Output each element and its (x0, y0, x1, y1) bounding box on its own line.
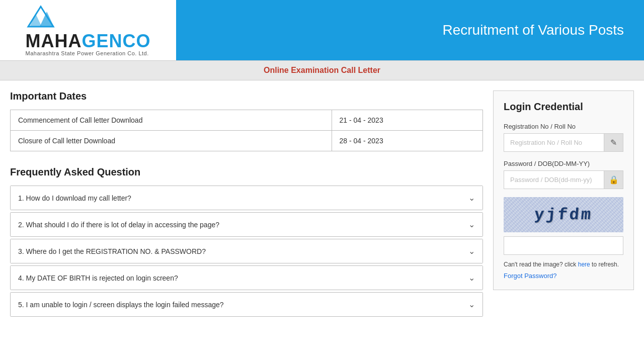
chevron-down-icon: ⌄ (468, 273, 475, 283)
refresh-captcha-link[interactable]: here (578, 261, 590, 268)
cant-read-text: Can't read the image? click here to refr… (504, 261, 623, 268)
chevron-down-icon: ⌄ (468, 193, 475, 203)
date-label-1: Commencement of Call letter Download (11, 110, 332, 131)
faq-item-3: 3. Where do I get the REGISTRATION NO. &… (10, 239, 483, 263)
password-input[interactable] (504, 171, 604, 189)
logo-container: MAHAGENCO Maharashtra State Power Genera… (26, 4, 151, 56)
logo-text: MAHAGENCO Maharashtra State Power Genera… (26, 32, 151, 56)
logo-name: MAHAGENCO (26, 32, 151, 50)
main-content: Important Dates Commencement of Call let… (0, 80, 644, 329)
logo-subtitle: Maharashtra State Power Generation Co. L… (26, 50, 151, 56)
faq-item-1: 1. How do I download my call letter? ⌄ (10, 186, 483, 210)
sub-header-text: Online Examination Call Letter (264, 66, 380, 74)
captcha-image: yjfdm (504, 197, 623, 232)
reg-input-group: ✎ (504, 133, 623, 152)
table-row: Commencement of Call letter Download 21 … (11, 110, 483, 131)
dates-table: Commencement of Call letter Download 21 … (10, 110, 483, 151)
faq-question-text-3: 3. Where do I get the REGISTRATION NO. &… (18, 247, 206, 255)
lock-icon[interactable]: 🔒 (604, 171, 623, 189)
chevron-down-icon: ⌄ (468, 220, 475, 229)
faq-question-3[interactable]: 3. Where do I get the REGISTRATION NO. &… (11, 239, 482, 263)
faq-question-text-1: 1. How do I download my call letter? (18, 194, 131, 202)
captcha-text: yjfdm (533, 206, 593, 224)
page-title: Recruitment of Various Posts (442, 22, 624, 38)
sub-header: Online Examination Call Letter (0, 60, 644, 80)
login-box: Login Credential Registration No / Roll … (493, 90, 634, 290)
faq-question-2[interactable]: 2. What should I do if there is lot of d… (11, 213, 482, 236)
registration-input[interactable] (504, 134, 604, 151)
table-row: Closure of Call letter Download 28 - 04 … (11, 131, 483, 151)
chevron-down-icon: ⌄ (468, 246, 475, 256)
faq-question-text-2: 2. What should I do if there is lot of d… (18, 221, 219, 229)
page-header: MAHAGENCO Maharashtra State Power Genera… (0, 0, 644, 60)
login-title: Login Credential (504, 101, 623, 113)
faq-title: Frequently Asked Question (10, 166, 483, 178)
left-column: Important Dates Commencement of Call let… (10, 90, 483, 319)
logo-area: MAHAGENCO Maharashtra State Power Genera… (0, 0, 176, 60)
cant-read-label: Can't read the image? click (504, 261, 578, 268)
faq-item-5: 5. I am unable to login / screen display… (10, 292, 483, 317)
date-value-1: 21 - 04 - 2023 (332, 110, 482, 131)
chevron-down-icon: ⌄ (468, 300, 475, 309)
logo-icon (26, 4, 58, 31)
faq-question-1[interactable]: 1. How do I download my call letter? ⌄ (11, 186, 482, 210)
cant-read-suffix: to refresh. (590, 261, 619, 268)
date-label-2: Closure of Call letter Download (11, 131, 332, 151)
faq-question-text-4: 4. My DATE OF BIRTH is rejected on login… (18, 274, 178, 282)
mountain-logo-svg (26, 4, 56, 29)
svg-marker-1 (40, 12, 54, 27)
date-value-2: 28 - 04 - 2023 (332, 131, 482, 151)
password-input-group: 🔒 (504, 170, 623, 189)
header-title-area: Recruitment of Various Posts (176, 22, 644, 38)
faq-question-text-5: 5. I am unable to login / screen display… (18, 301, 224, 309)
faq-question-5[interactable]: 5. I am unable to login / screen display… (11, 293, 482, 316)
reg-label: Registration No / Roll No (504, 123, 623, 130)
edit-icon[interactable]: ✎ (604, 134, 623, 151)
captcha-input-group (504, 236, 623, 255)
right-column: Login Credential Registration No / Roll … (493, 90, 634, 319)
password-label: Password / DOB(DD-MM-YY) (504, 160, 623, 167)
captcha-input[interactable] (504, 237, 623, 254)
important-dates-title: Important Dates (10, 90, 483, 102)
faq-question-4[interactable]: 4. My DATE OF BIRTH is rejected on login… (11, 266, 482, 290)
faq-item-2: 2. What should I do if there is lot of d… (10, 212, 483, 237)
faq-item-4: 4. My DATE OF BIRTH is rejected on login… (10, 265, 483, 290)
forgot-password-link[interactable]: Forgot Password? (504, 272, 623, 280)
